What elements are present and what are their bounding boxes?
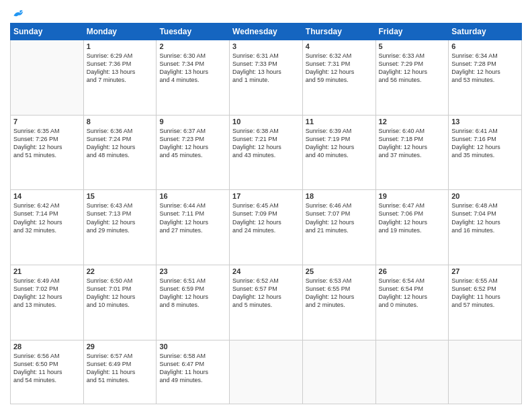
weekday-header-saturday: Saturday bbox=[449, 24, 522, 40]
weekday-header-row: SundayMondayTuesdayWednesdayThursdayFrid… bbox=[11, 24, 522, 40]
day-number: 18 bbox=[306, 192, 373, 200]
calendar-cell: 25Sunrise: 6:53 AMSunset: 6:55 PMDayligh… bbox=[302, 265, 375, 340]
day-number: 7 bbox=[13, 118, 81, 126]
calendar-cell bbox=[375, 340, 449, 404]
cell-content: Sunrise: 6:49 AMSunset: 7:02 PMDaylight:… bbox=[13, 277, 81, 310]
calendar-cell: 17Sunrise: 6:45 AMSunset: 7:09 PMDayligh… bbox=[230, 190, 303, 265]
calendar-cell: 11Sunrise: 6:39 AMSunset: 7:19 PMDayligh… bbox=[302, 115, 375, 190]
day-number: 9 bbox=[159, 118, 226, 126]
day-number: 29 bbox=[87, 342, 154, 351]
cell-content: Sunrise: 6:35 AMSunset: 7:26 PMDaylight:… bbox=[13, 127, 81, 160]
calendar-week-row-3: 14Sunrise: 6:42 AMSunset: 7:14 PMDayligh… bbox=[11, 190, 522, 265]
cell-content: Sunrise: 6:58 AMSunset: 6:47 PMDaylight:… bbox=[159, 352, 226, 385]
calendar-week-row-5: 28Sunrise: 6:56 AMSunset: 6:50 PMDayligh… bbox=[11, 340, 522, 404]
cell-content: Sunrise: 6:47 AMSunset: 7:06 PMDaylight:… bbox=[379, 201, 446, 234]
day-number: 24 bbox=[232, 267, 300, 275]
day-number: 10 bbox=[232, 118, 300, 126]
cell-content: Sunrise: 6:36 AMSunset: 7:24 PMDaylight:… bbox=[87, 127, 154, 160]
calendar-cell: 8Sunrise: 6:36 AMSunset: 7:24 PMDaylight… bbox=[83, 115, 157, 190]
calendar-cell: 20Sunrise: 6:48 AMSunset: 7:04 PMDayligh… bbox=[449, 190, 522, 265]
cell-content: Sunrise: 6:39 AMSunset: 7:19 PMDaylight:… bbox=[306, 127, 373, 160]
calendar-cell: 4Sunrise: 6:32 AMSunset: 7:31 PMDaylight… bbox=[302, 40, 375, 116]
calendar-cell bbox=[302, 340, 375, 404]
weekday-header-wednesday: Wednesday bbox=[230, 24, 303, 40]
weekday-header-sunday: Sunday bbox=[11, 24, 84, 40]
cell-content: Sunrise: 6:45 AMSunset: 7:09 PMDaylight:… bbox=[232, 201, 300, 234]
day-number: 1 bbox=[87, 42, 154, 50]
day-number: 3 bbox=[232, 42, 300, 50]
day-number: 17 bbox=[232, 192, 300, 200]
cell-content: Sunrise: 6:38 AMSunset: 7:21 PMDaylight:… bbox=[232, 127, 300, 160]
calendar-week-row-4: 21Sunrise: 6:49 AMSunset: 7:02 PMDayligh… bbox=[11, 265, 522, 340]
calendar-cell: 5Sunrise: 6:33 AMSunset: 7:29 PMDaylight… bbox=[375, 40, 449, 116]
day-number: 6 bbox=[451, 42, 519, 50]
cell-content: Sunrise: 6:55 AMSunset: 6:52 PMDaylight:… bbox=[451, 277, 519, 310]
day-number: 22 bbox=[87, 267, 154, 275]
calendar-cell: 21Sunrise: 6:49 AMSunset: 7:02 PMDayligh… bbox=[11, 265, 84, 340]
cell-content: Sunrise: 6:42 AMSunset: 7:14 PMDaylight:… bbox=[13, 201, 81, 234]
calendar-week-row-1: 1Sunrise: 6:29 AMSunset: 7:36 PMDaylight… bbox=[11, 40, 522, 116]
logo-bird-icon bbox=[11, 7, 25, 20]
logo bbox=[10, 7, 25, 17]
cell-content: Sunrise: 6:57 AMSunset: 6:49 PMDaylight:… bbox=[87, 352, 154, 385]
calendar-cell: 30Sunrise: 6:58 AMSunset: 6:47 PMDayligh… bbox=[157, 340, 230, 404]
day-number: 23 bbox=[159, 267, 226, 275]
day-number: 30 bbox=[159, 342, 226, 351]
calendar-cell: 9Sunrise: 6:37 AMSunset: 7:23 PMDaylight… bbox=[157, 115, 230, 190]
cell-content: Sunrise: 6:46 AMSunset: 7:07 PMDaylight:… bbox=[306, 201, 373, 234]
cell-content: Sunrise: 6:43 AMSunset: 7:13 PMDaylight:… bbox=[87, 201, 154, 234]
cell-content: Sunrise: 6:31 AMSunset: 7:33 PMDaylight:… bbox=[232, 52, 300, 85]
weekday-header-tuesday: Tuesday bbox=[157, 24, 230, 40]
day-number: 27 bbox=[451, 267, 519, 275]
calendar-cell bbox=[230, 340, 303, 404]
cell-content: Sunrise: 6:52 AMSunset: 6:57 PMDaylight:… bbox=[232, 277, 300, 310]
calendar-week-row-2: 7Sunrise: 6:35 AMSunset: 7:26 PMDaylight… bbox=[11, 115, 522, 190]
day-number: 15 bbox=[87, 192, 154, 200]
calendar-cell: 15Sunrise: 6:43 AMSunset: 7:13 PMDayligh… bbox=[83, 190, 157, 265]
calendar-cell bbox=[449, 340, 522, 404]
day-number: 16 bbox=[159, 192, 226, 200]
weekday-header-friday: Friday bbox=[375, 24, 449, 40]
calendar-cell: 19Sunrise: 6:47 AMSunset: 7:06 PMDayligh… bbox=[375, 190, 449, 265]
cell-content: Sunrise: 6:50 AMSunset: 7:01 PMDaylight:… bbox=[87, 277, 154, 310]
cell-content: Sunrise: 6:41 AMSunset: 7:16 PMDaylight:… bbox=[451, 127, 519, 160]
day-number: 25 bbox=[306, 267, 373, 275]
calendar-cell bbox=[11, 40, 84, 116]
calendar-cell: 22Sunrise: 6:50 AMSunset: 7:01 PMDayligh… bbox=[83, 265, 157, 340]
calendar-cell: 23Sunrise: 6:51 AMSunset: 6:59 PMDayligh… bbox=[157, 265, 230, 340]
calendar-cell: 3Sunrise: 6:31 AMSunset: 7:33 PMDaylight… bbox=[230, 40, 303, 116]
day-number: 4 bbox=[306, 42, 373, 50]
day-number: 2 bbox=[159, 42, 226, 50]
header bbox=[10, 7, 522, 17]
cell-content: Sunrise: 6:48 AMSunset: 7:04 PMDaylight:… bbox=[451, 201, 519, 234]
calendar-cell: 18Sunrise: 6:46 AMSunset: 7:07 PMDayligh… bbox=[302, 190, 375, 265]
calendar-table: SundayMondayTuesdayWednesdayThursdayFrid… bbox=[10, 23, 522, 404]
cell-content: Sunrise: 6:56 AMSunset: 6:50 PMDaylight:… bbox=[13, 352, 81, 385]
day-number: 26 bbox=[379, 267, 446, 275]
calendar-cell: 13Sunrise: 6:41 AMSunset: 7:16 PMDayligh… bbox=[449, 115, 522, 190]
calendar-cell: 1Sunrise: 6:29 AMSunset: 7:36 PMDaylight… bbox=[83, 40, 157, 116]
page: SundayMondayTuesdayWednesdayThursdayFrid… bbox=[0, 0, 532, 411]
calendar-cell: 12Sunrise: 6:40 AMSunset: 7:18 PMDayligh… bbox=[375, 115, 449, 190]
weekday-header-monday: Monday bbox=[83, 24, 157, 40]
cell-content: Sunrise: 6:44 AMSunset: 7:11 PMDaylight:… bbox=[159, 201, 226, 234]
cell-content: Sunrise: 6:29 AMSunset: 7:36 PMDaylight:… bbox=[87, 52, 154, 85]
calendar-cell: 16Sunrise: 6:44 AMSunset: 7:11 PMDayligh… bbox=[157, 190, 230, 265]
calendar-cell: 27Sunrise: 6:55 AMSunset: 6:52 PMDayligh… bbox=[449, 265, 522, 340]
day-number: 5 bbox=[379, 42, 446, 50]
calendar-cell: 7Sunrise: 6:35 AMSunset: 7:26 PMDaylight… bbox=[11, 115, 84, 190]
cell-content: Sunrise: 6:32 AMSunset: 7:31 PMDaylight:… bbox=[306, 52, 373, 85]
calendar-cell: 24Sunrise: 6:52 AMSunset: 6:57 PMDayligh… bbox=[230, 265, 303, 340]
day-number: 20 bbox=[451, 192, 519, 200]
weekday-header-thursday: Thursday bbox=[302, 24, 375, 40]
calendar-cell: 28Sunrise: 6:56 AMSunset: 6:50 PMDayligh… bbox=[11, 340, 84, 404]
day-number: 14 bbox=[13, 192, 81, 200]
calendar-cell: 14Sunrise: 6:42 AMSunset: 7:14 PMDayligh… bbox=[11, 190, 84, 265]
cell-content: Sunrise: 6:37 AMSunset: 7:23 PMDaylight:… bbox=[159, 127, 226, 160]
cell-content: Sunrise: 6:40 AMSunset: 7:18 PMDaylight:… bbox=[379, 127, 446, 160]
calendar-cell: 6Sunrise: 6:34 AMSunset: 7:28 PMDaylight… bbox=[449, 40, 522, 116]
cell-content: Sunrise: 6:51 AMSunset: 6:59 PMDaylight:… bbox=[159, 277, 226, 310]
cell-content: Sunrise: 6:53 AMSunset: 6:55 PMDaylight:… bbox=[306, 277, 373, 310]
day-number: 12 bbox=[379, 118, 446, 126]
calendar-cell: 2Sunrise: 6:30 AMSunset: 7:34 PMDaylight… bbox=[157, 40, 230, 116]
